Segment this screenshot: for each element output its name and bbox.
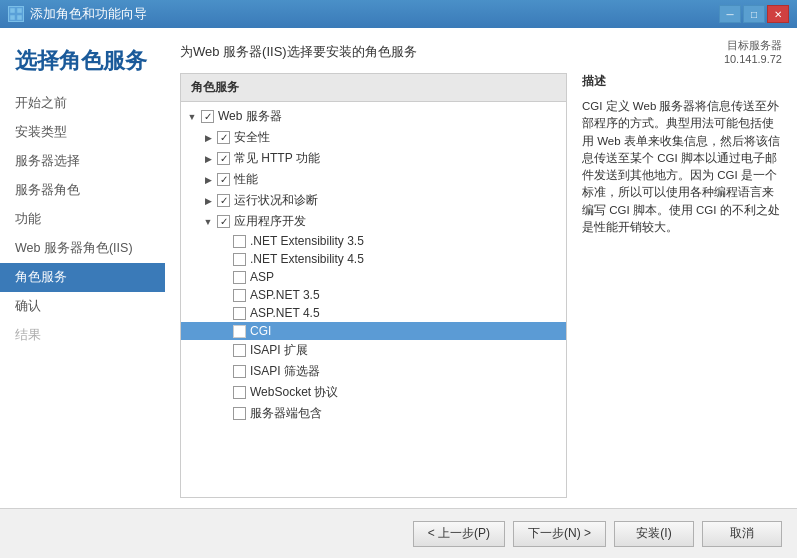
- content-instruction: 为Web 服务器(IIS)选择要安装的角色服务: [180, 43, 782, 61]
- label-aspnet45: ASP.NET 4.5: [250, 306, 320, 320]
- title-bar-controls: ─ □ ✕: [719, 5, 789, 23]
- svg-rect-0: [10, 8, 15, 13]
- checkbox-asp[interactable]: [233, 271, 246, 284]
- tree-item-ssi[interactable]: ▶ 服务器端包含: [181, 403, 566, 424]
- tree-item-health[interactable]: ▶ ✓ 运行状况和诊断: [181, 190, 566, 211]
- sidebar-item-install-type[interactable]: 安装类型: [0, 118, 165, 147]
- target-server-info: 目标服务器 10.141.9.72: [724, 38, 782, 65]
- sidebar-item-role-services[interactable]: 角色服务: [0, 263, 165, 292]
- description-panel: 描述 CGI 定义 Web 服务器将信息传送至外部程序的方式。典型用法可能包括使…: [582, 73, 782, 498]
- expander-icon: ▼: [201, 215, 215, 229]
- tree-item-aspnet45[interactable]: ▶ ASP.NET 4.5: [181, 304, 566, 322]
- tree-item-isapi-ext[interactable]: ▶ ISAPI 扩展: [181, 340, 566, 361]
- checkbox-isapi-ext[interactable]: [233, 344, 246, 357]
- tree-item-isapi-filter[interactable]: ▶ ISAPI 筛选器: [181, 361, 566, 382]
- sidebar-item-server-roles[interactable]: 服务器角色: [0, 176, 165, 205]
- target-server-value: 10.141.9.72: [724, 53, 782, 65]
- checkbox-websocket[interactable]: [233, 386, 246, 399]
- tree-item-security[interactable]: ▶ ✓ 安全性: [181, 127, 566, 148]
- label-cgi: CGI: [250, 324, 271, 338]
- checkbox-health[interactable]: ✓: [217, 194, 230, 207]
- label-asp: ASP: [250, 270, 274, 284]
- sidebar-item-features[interactable]: 功能: [0, 205, 165, 234]
- checkbox-appdev[interactable]: ✓: [217, 215, 230, 228]
- label-http: 常见 HTTP 功能: [234, 150, 320, 167]
- install-button[interactable]: 安装(I): [614, 521, 694, 547]
- sidebar-item-results: 结果: [0, 321, 165, 350]
- svg-rect-2: [10, 15, 15, 20]
- label-security: 安全性: [234, 129, 270, 146]
- label-isapi-ext: ISAPI 扩展: [250, 342, 308, 359]
- sidebar-item-before[interactable]: 开始之前: [0, 89, 165, 118]
- sidebar-item-server-select[interactable]: 服务器选择: [0, 147, 165, 176]
- prev-button[interactable]: < 上一步(P): [413, 521, 505, 547]
- checkbox-security[interactable]: ✓: [217, 131, 230, 144]
- checkbox-net35[interactable]: [233, 235, 246, 248]
- checkbox-cgi[interactable]: ✓: [233, 325, 246, 338]
- title-bar-left: 添加角色和功能向导: [8, 5, 147, 23]
- label-perf: 性能: [234, 171, 258, 188]
- tree-item-aspnet35[interactable]: ▶ ASP.NET 3.5: [181, 286, 566, 304]
- description-text: CGI 定义 Web 服务器将信息传送至外部程序的方式。典型用法可能包括使用 W…: [582, 98, 782, 236]
- label-net45: .NET Extensibility 4.5: [250, 252, 364, 266]
- label-web-server: Web 服务器: [218, 108, 282, 125]
- checkbox-web-server[interactable]: ✓: [201, 110, 214, 123]
- checkbox-net45[interactable]: [233, 253, 246, 266]
- tree-item-appdev[interactable]: ▼ ✓ 应用程序开发: [181, 211, 566, 232]
- tree-item-http[interactable]: ▶ ✓ 常见 HTTP 功能: [181, 148, 566, 169]
- label-health: 运行状况和诊断: [234, 192, 318, 209]
- tree-item-net35[interactable]: ▶ .NET Extensibility 3.5: [181, 232, 566, 250]
- close-button[interactable]: ✕: [767, 5, 789, 23]
- tree-item-net45[interactable]: ▶ .NET Extensibility 4.5: [181, 250, 566, 268]
- expander-icon: ▶: [201, 152, 215, 166]
- role-services-panel: 角色服务 ▼ ✓ Web 服务器 ▶ ✓ 安全性: [180, 73, 567, 498]
- target-server-label: 目标服务器: [724, 38, 782, 53]
- window-title: 添加角色和功能向导: [30, 5, 147, 23]
- minimize-button[interactable]: ─: [719, 5, 741, 23]
- label-net35: .NET Extensibility 3.5: [250, 234, 364, 248]
- tree-item-websocket[interactable]: ▶ WebSocket 协议: [181, 382, 566, 403]
- label-isapi-filter: ISAPI 筛选器: [250, 363, 320, 380]
- maximize-button[interactable]: □: [743, 5, 765, 23]
- checkbox-http[interactable]: ✓: [217, 152, 230, 165]
- checkbox-aspnet35[interactable]: [233, 289, 246, 302]
- checkbox-ssi[interactable]: [233, 407, 246, 420]
- main-container: 选择角色服务 开始之前 安装类型 服务器选择 服务器角色 功能 Web 服务器角…: [0, 28, 797, 508]
- tree-item-web-server[interactable]: ▼ ✓ Web 服务器: [181, 106, 566, 127]
- content-area: 目标服务器 10.141.9.72 为Web 服务器(IIS)选择要安装的角色服…: [165, 28, 797, 508]
- svg-rect-1: [17, 8, 22, 13]
- app-icon: [8, 6, 24, 22]
- tree-container[interactable]: ▼ ✓ Web 服务器 ▶ ✓ 安全性 ▶ ✓ 常见 HTTP 功能: [181, 102, 566, 497]
- cancel-button[interactable]: 取消: [702, 521, 782, 547]
- expander-icon: ▶: [201, 131, 215, 145]
- expander-icon: ▶: [201, 173, 215, 187]
- tree-item-asp[interactable]: ▶ ASP: [181, 268, 566, 286]
- tree-item-perf[interactable]: ▶ ✓ 性能: [181, 169, 566, 190]
- label-appdev: 应用程序开发: [234, 213, 306, 230]
- expander-icon: ▶: [201, 194, 215, 208]
- label-aspnet35: ASP.NET 3.5: [250, 288, 320, 302]
- label-ssi: 服务器端包含: [250, 405, 322, 422]
- sidebar-header: 选择角色服务: [0, 48, 165, 89]
- checkbox-aspnet45[interactable]: [233, 307, 246, 320]
- sidebar: 选择角色服务 开始之前 安装类型 服务器选择 服务器角色 功能 Web 服务器角…: [0, 28, 165, 508]
- sidebar-item-web-server[interactable]: Web 服务器角色(IIS): [0, 234, 165, 263]
- panel-header: 角色服务: [181, 74, 566, 102]
- checkbox-perf[interactable]: ✓: [217, 173, 230, 186]
- description-header: 描述: [582, 73, 782, 90]
- tree-item-cgi[interactable]: ▶ ✓ CGI: [181, 322, 566, 340]
- content-body: 角色服务 ▼ ✓ Web 服务器 ▶ ✓ 安全性: [180, 73, 782, 498]
- expander-icon: ▼: [185, 110, 199, 124]
- checkbox-isapi-filter[interactable]: [233, 365, 246, 378]
- label-websocket: WebSocket 协议: [250, 384, 338, 401]
- title-bar: 添加角色和功能向导 ─ □ ✕: [0, 0, 797, 28]
- sidebar-item-confirm[interactable]: 确认: [0, 292, 165, 321]
- svg-rect-3: [17, 15, 22, 20]
- next-button[interactable]: 下一步(N) >: [513, 521, 606, 547]
- footer: < 上一步(P) 下一步(N) > 安装(I) 取消: [0, 508, 797, 558]
